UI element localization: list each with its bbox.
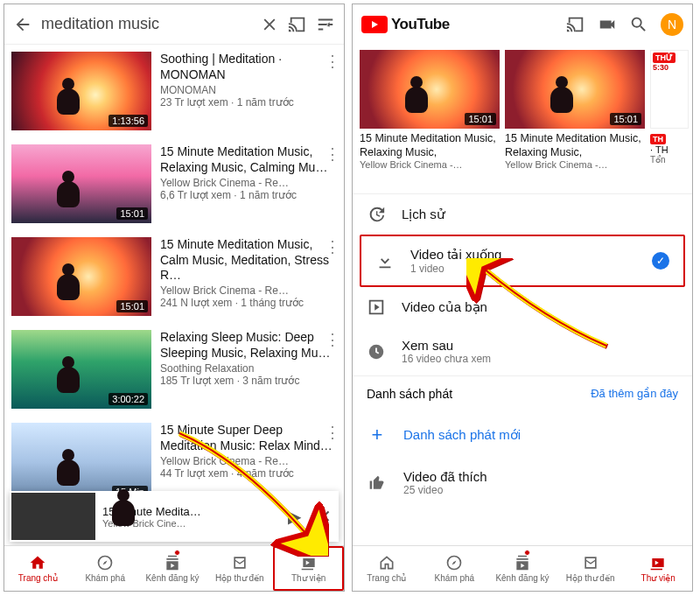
- filter-icon[interactable]: [316, 15, 335, 34]
- video-channel: Yellow Brick Cinema - Re…: [160, 284, 337, 297]
- nav-subs[interactable]: Kênh đăng ký: [139, 546, 206, 591]
- youtube-logo[interactable]: YouTube: [361, 16, 450, 33]
- video-title: 15 Minute Super Deep Meditation Music: R…: [160, 423, 337, 453]
- play-box-icon: [367, 298, 386, 317]
- video-thumb: 15:01: [11, 237, 151, 316]
- playlists-header: Danh sách phát: [367, 387, 452, 401]
- video-title: 15 Minute Meditation Music, Relaxing Mus…: [160, 144, 337, 175]
- more-icon[interactable]: ⋮: [325, 237, 340, 256]
- cast-icon[interactable]: [566, 15, 585, 34]
- nav-subs[interactable]: Kênh đăng ký: [488, 546, 556, 591]
- close-icon[interactable]: ✕: [309, 506, 339, 527]
- video-row[interactable]: 3:00:22Relaxing Sleep Music: Deep Sleepi…: [4, 323, 344, 416]
- search-query[interactable]: meditation music: [41, 15, 251, 33]
- menu-history[interactable]: Lịch sử: [353, 194, 692, 235]
- video-channel: Soothing Relaxation: [160, 362, 337, 375]
- thumb-up-icon: [368, 474, 386, 492]
- video-stats: 185 Tr lượt xem · 3 năm trước: [160, 375, 337, 387]
- video-row[interactable]: 1:13:56Soothing | Meditation · MONOMANMO…: [4, 45, 344, 137]
- playlists-section: Danh sách phát Đã thêm gần đây: [353, 375, 692, 411]
- miniplayer-thumb: [11, 493, 95, 540]
- clock-icon: [367, 342, 386, 361]
- video-stats: 6,6 Tr lượt xem · 1 năm trước: [160, 189, 337, 201]
- library-menu: Lịch sử Video tải xuống1 video ✓ Video c…: [353, 193, 692, 375]
- video-channel: MONOMAN: [160, 84, 337, 96]
- check-icon: ✓: [652, 252, 669, 270]
- duration-badge: 3:00:22: [108, 393, 148, 405]
- play-icon[interactable]: ▶: [279, 506, 309, 527]
- download-icon: [375, 251, 395, 270]
- nav-explore[interactable]: Khám phá: [421, 546, 489, 591]
- menu-downloads[interactable]: Video tải xuống1 video ✓: [360, 235, 685, 287]
- video-title: Relaxing Sleep Music: Deep Sleeping Musi…: [160, 330, 337, 361]
- video-title: Soothing | Meditation · MONOMAN: [160, 52, 337, 82]
- liked-videos[interactable]: Video đã thích25 video: [353, 459, 692, 507]
- video-title: 15 Minute Meditation Music, Calm Music, …: [160, 237, 337, 283]
- history-icon: [367, 205, 386, 224]
- top-bar: YouTube N: [353, 4, 692, 45]
- nav-home[interactable]: Trang chủ: [353, 546, 421, 591]
- right-screen: YouTube N 15:01 15 Minute Meditation Mus…: [352, 4, 693, 592]
- duration-badge: 1:13:56: [108, 115, 148, 127]
- nav-explore[interactable]: Khám phá: [72, 546, 139, 591]
- video-thumb: 1:13:56: [11, 52, 151, 130]
- search-bar: meditation music: [4, 4, 344, 45]
- video-stats: 44 Tr lượt xem · 4 năm trước: [160, 467, 337, 480]
- nav-inbox[interactable]: Hộp thư đến: [556, 546, 625, 591]
- video-row[interactable]: 15:0115 Minute Meditation Music, Relaxin…: [4, 137, 344, 230]
- nav-library[interactable]: Thư viện: [624, 546, 692, 591]
- video-stats: 23 Tr lượt xem · 1 năm trước: [160, 96, 337, 109]
- camera-icon[interactable]: [598, 15, 617, 34]
- nav-home[interactable]: Trang chủ: [4, 546, 72, 591]
- menu-yourvideos[interactable]: Video của bạn: [353, 287, 692, 327]
- strip-item[interactable]: 15:01 15 Minute Meditation Music, Relaxi…: [505, 50, 645, 190]
- video-channel: Yellow Brick Cinema - Re…: [160, 455, 337, 467]
- more-icon[interactable]: ⋮: [325, 52, 340, 71]
- back-icon[interactable]: [13, 15, 32, 34]
- bottom-nav-right: Trang chủ Khám phá Kênh đăng ký Hộp thư …: [353, 545, 692, 591]
- bottom-nav-left: Trang chủ Khám phá Kênh đăng ký Hộp thư …: [4, 545, 344, 591]
- cast-icon[interactable]: [288, 15, 307, 34]
- video-channel: Yellow Brick Cinema - Re…: [160, 177, 337, 189]
- plus-icon: +: [368, 424, 386, 446]
- more-icon[interactable]: ⋮: [325, 423, 340, 442]
- left-screen: meditation music 1:13:56Soothing | Medit…: [4, 4, 345, 592]
- clear-icon[interactable]: [260, 15, 279, 34]
- recent-strip: 15:01 15 Minute Meditation Music, Relaxi…: [353, 45, 692, 193]
- video-list: 1:13:56Soothing | Meditation · MONOMANMO…: [4, 45, 344, 535]
- new-playlist[interactable]: + Danh sách phát mới: [353, 411, 692, 459]
- side-card: THỨ 5:30 TH · TH Tổn: [650, 50, 689, 190]
- playlists-sort[interactable]: Đã thêm gần đây: [591, 387, 678, 401]
- video-thumb: 3:00:22: [11, 330, 151, 409]
- strip-item[interactable]: 15:01 15 Minute Meditation Music, Relaxi…: [360, 50, 500, 190]
- more-icon[interactable]: ⋮: [325, 144, 340, 164]
- nav-library[interactable]: Thư viện: [273, 546, 344, 591]
- duration-badge: 15:01: [116, 207, 148, 220]
- more-icon[interactable]: ⋮: [325, 330, 340, 349]
- video-row[interactable]: 15:0115 Minute Meditation Music, Calm Mu…: [4, 230, 344, 323]
- avatar[interactable]: N: [661, 13, 683, 36]
- miniplayer[interactable]: 15 Minute Medita… Yellow Brick Cine… ▶ ✕: [10, 491, 339, 542]
- video-thumb: 15:01: [11, 144, 151, 223]
- menu-watchlater[interactable]: Xem sau16 video chưa xem: [353, 327, 692, 375]
- search-icon[interactable]: [629, 15, 648, 34]
- video-stats: 241 N lượt xem · 1 tháng trước: [160, 297, 337, 309]
- nav-inbox[interactable]: Hộp thư đến: [206, 546, 273, 591]
- duration-badge: 15:01: [116, 300, 148, 312]
